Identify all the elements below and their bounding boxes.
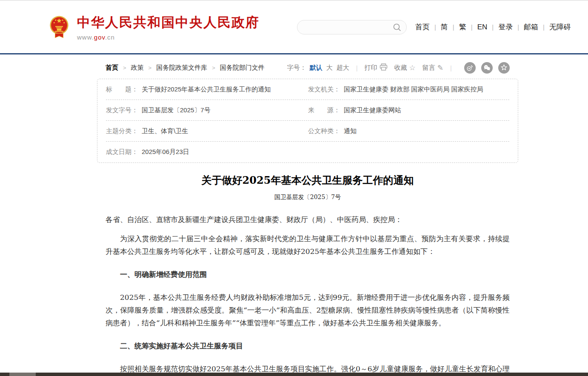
nav-mail[interactable]: 邮箱 [524, 22, 538, 32]
breadcrumb-policy-library[interactable]: 国务院政策文件库 [156, 64, 207, 72]
meta-source-label: 来 源： [308, 106, 340, 114]
top-navigation: 首页 | 简 | 繁 | EN | 登录 | 邮箱 | 无障碍 [415, 22, 571, 32]
search-box[interactable] [297, 20, 407, 34]
toolbar-separator: | [450, 64, 452, 71]
main-content: 首页 > 政策 > 国务院政策文件库 > 国务院部门文件 字号： 默认 大 超大… [97, 62, 518, 376]
nav-home[interactable]: 首页 [415, 22, 430, 32]
nav-separator: | [517, 23, 519, 31]
meta-source-value: 国家卫生健康委网站 [344, 106, 401, 114]
meta-category-value: 卫生、体育\卫生 [142, 127, 188, 135]
breadcrumb-separator: > [212, 65, 215, 71]
header-blue-divider [0, 53, 588, 54]
favorite-button[interactable]: 收藏 ☆ [394, 64, 416, 72]
site-url: www.gov.cn [77, 34, 260, 41]
meta-row-number-source: 发文字号： 国卫基层发〔2025〕7号 来 源： 国家卫生健康委网站 [106, 100, 509, 121]
nav-traditional[interactable]: 繁 [459, 22, 466, 32]
print-label: 打印 [365, 64, 377, 72]
font-size-default-button[interactable]: 默认 [310, 64, 323, 72]
meta-title-value: 关于做好2025年基本公共卫生服务工作的通知 [142, 85, 271, 94]
url-gov: gov [94, 34, 105, 41]
article-section-heading: 一、明确新增经费使用范围 [106, 268, 510, 281]
meta-row-category-type: 主题分类： 卫生、体育\卫生 公文种类： 通知 [106, 121, 509, 142]
meta-number-label: 发文字号： [106, 106, 138, 114]
article-toolbar: 字号： 默认 大 超大 | 打印 收藏 [287, 62, 510, 74]
meta-title-label: 标 题： [106, 85, 138, 94]
nav-accessibility[interactable]: 无障碍 [549, 22, 571, 32]
site-header: 中华人民共和国中央人民政府 www.gov.cn 首页 | 简 | 繁 | [0, 1, 588, 53]
article-doc-number: 国卫基层发〔2025〕7号 [97, 194, 518, 201]
meta-date-label: 成文日期： [106, 148, 138, 156]
breadcrumb-toolbar-row: 首页 > 政策 > 国务院政策文件库 > 国务院部门文件 字号： 默认 大 超大… [97, 62, 518, 73]
article-title: 关于做好2025年基本公共卫生服务工作的通知 [97, 174, 518, 187]
weibo-share-icon[interactable] [464, 62, 476, 74]
meta-doctype-cell: 公文种类： 通知 [308, 127, 357, 135]
meta-title-cell: 标 题： 关于做好2025年基本公共卫生服务工作的通知 [106, 85, 308, 94]
url-cn: .cn [105, 34, 115, 41]
qzone-share-icon[interactable] [498, 62, 510, 74]
meta-date-cell: 成文日期： 2025年06月23日 [106, 148, 308, 156]
national-emblem-icon [48, 15, 70, 39]
url-www: www. [77, 34, 94, 41]
article-paragraph: 2025年，基本公共卫生服务经费人均财政补助标准增加5元，达到99元。新增经费用… [106, 291, 510, 329]
favorite-label: 收藏 [394, 64, 407, 72]
meta-doctype-label: 公文种类： [308, 127, 340, 135]
breadcrumb-home[interactable]: 首页 [106, 64, 118, 72]
nav-separator: | [471, 23, 473, 31]
article-paragraph: 为深入贯彻党的二十届三中全会精神，落实新时代党的卫生与健康工作方针中以基层为重点… [106, 232, 510, 258]
meta-source-cell: 来 源： 国家卫生健康委网站 [308, 106, 401, 114]
meta-category-label: 主题分类： [106, 127, 138, 135]
search-input[interactable] [297, 20, 388, 34]
meta-number-cell: 发文字号： 国卫基层发〔2025〕7号 [106, 106, 308, 114]
scrollbar-thumb[interactable] [9, 373, 36, 376]
meta-doctype-value: 通知 [344, 127, 357, 135]
search-icon[interactable] [393, 23, 402, 34]
article-paragraph: 各省、自治区、直辖市及新疆生产建设兵团卫生健康委、财政厅（局）、中医药局、疾控局… [106, 213, 510, 226]
toolbar-separator: | [356, 64, 358, 71]
brand-text: 中华人民共和国中央人民政府 www.gov.cn [77, 14, 260, 41]
nav-separator: | [492, 23, 494, 31]
meta-row-date: 成文日期： 2025年06月23日 [106, 142, 509, 162]
site-title: 中华人民共和国中央人民政府 [77, 14, 260, 31]
meta-category-cell: 主题分类： 卫生、体育\卫生 [106, 127, 308, 135]
breadcrumb-separator: > [123, 65, 126, 71]
comment-button[interactable]: 留言 ✎ [422, 64, 443, 72]
nav-simplified[interactable]: 简 [441, 22, 448, 32]
breadcrumb-policy[interactable]: 政策 [131, 64, 144, 72]
page: 中华人民共和国中央人民政府 www.gov.cn 首页 | 简 | 繁 | [0, 0, 588, 376]
comment-label: 留言 [422, 64, 435, 72]
breadcrumb-department-docs: 国务院部门文件 [220, 64, 265, 72]
nav-separator: | [453, 23, 454, 31]
wechat-share-icon[interactable] [481, 62, 493, 74]
font-size-label: 字号： [287, 64, 306, 72]
breadcrumb: 首页 > 政策 > 国务院政策文件库 > 国务院部门文件 [106, 64, 265, 72]
printer-icon [380, 63, 388, 72]
nav-separator: | [434, 23, 436, 31]
meta-agency-value: 国家卫生健康委 财政部 国家中医药局 国家疾控局 [344, 85, 483, 94]
font-size-large-button[interactable]: 大 [326, 64, 333, 72]
meta-agency-cell: 发文机关： 国家卫生健康委 财政部 国家中医药局 国家疾控局 [308, 85, 483, 94]
article-body: 各省、自治区、直辖市及新疆生产建设兵团卫生健康委、财政厅（局）、中医药局、疾控局… [97, 213, 518, 376]
print-button[interactable]: 打印 [365, 63, 388, 72]
nav-separator: | [543, 23, 545, 31]
bottom-scrollbar [0, 373, 588, 376]
pencil-icon: ✎ [437, 64, 443, 71]
meta-number-value: 国卫基层发〔2025〕7号 [142, 106, 211, 114]
nav-login[interactable]: 登录 [498, 22, 513, 32]
meta-row-title-agency: 标 题： 关于做好2025年基本公共卫生服务工作的通知 发文机关： 国家卫生健康… [106, 79, 509, 100]
header-right: 首页 | 简 | 繁 | EN | 登录 | 邮箱 | 无障碍 [297, 20, 571, 34]
meta-agency-label: 发文机关： [308, 85, 340, 94]
breadcrumb-separator: > [148, 65, 152, 71]
article-section-heading: 二、统筹实施好基本公共卫生服务项目 [106, 339, 510, 352]
meta-date-value: 2025年06月23日 [142, 148, 189, 156]
document-meta-table: 标 题： 关于做好2025年基本公共卫生服务工作的通知 发文机关： 国家卫生健康… [97, 79, 518, 163]
star-icon: ☆ [409, 64, 416, 71]
font-size-xlarge-button[interactable]: 超大 [337, 64, 349, 72]
site-logo-link[interactable]: 中华人民共和国中央人民政府 www.gov.cn [48, 14, 260, 41]
nav-english[interactable]: EN [477, 23, 488, 31]
